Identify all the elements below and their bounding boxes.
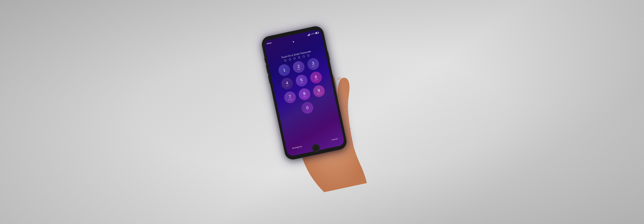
key-4-letters: GHI: [286, 85, 289, 87]
carrier-text: atsac: [266, 42, 272, 45]
battery-percent: 59%: [312, 33, 315, 35]
key-7-number: 7: [288, 94, 292, 99]
passcode-dot-1: [284, 59, 287, 62]
signal-icon: [307, 33, 310, 36]
key-8-button[interactable]: 8 TUV: [298, 87, 312, 101]
key-2-number: 2: [297, 64, 300, 69]
key-2-button[interactable]: 2 ABC: [292, 60, 306, 74]
key-1-button[interactable]: 1: [278, 63, 291, 77]
passcode-dot-6: [307, 54, 310, 57]
key-9-letters: WXYZ: [317, 92, 322, 94]
sparkle-icon: [293, 41, 294, 43]
key-1-number: 1: [283, 68, 286, 72]
key-empty-right: [315, 98, 329, 112]
key-5-button[interactable]: 5 JKL: [295, 74, 308, 88]
key-7-button[interactable]: 7 PQRS: [283, 90, 297, 104]
key-7-letters: PQRS: [288, 98, 293, 100]
cancel-button[interactable]: Cancel: [332, 138, 338, 141]
key-4-button[interactable]: 4 GHI: [280, 77, 294, 91]
battery-icon: [315, 32, 318, 34]
wifi-icon: ▾: [310, 33, 312, 35]
keypad: 1 2 ABC 3 DEF 4 GHI: [269, 55, 337, 120]
passcode-dot-4: [298, 56, 300, 59]
key-5-number: 5: [300, 78, 303, 82]
key-6-button[interactable]: 6 MNO: [309, 71, 323, 84]
key-9-button[interactable]: 9 WXYZ: [312, 84, 326, 98]
passcode-dot-3: [294, 57, 296, 60]
key-3-button[interactable]: 3 DEF: [306, 57, 320, 71]
emergency-button[interactable]: Emergency: [292, 145, 302, 149]
key-8-number: 8: [303, 91, 306, 96]
passcode-dot-5: [302, 55, 305, 58]
status-indicators: ▾ 59%: [307, 32, 319, 36]
passcode-dot-2: [289, 58, 291, 61]
key-3-number: 3: [312, 61, 314, 65]
key-4-number: 4: [286, 81, 289, 85]
key-9-number: 9: [317, 88, 320, 93]
key-0-number: 0: [306, 105, 309, 110]
key-6-number: 6: [314, 75, 318, 79]
key-0-button[interactable]: 0: [300, 101, 314, 115]
key-5-letters: JKL: [300, 82, 304, 84]
key-empty-left: [286, 104, 300, 118]
